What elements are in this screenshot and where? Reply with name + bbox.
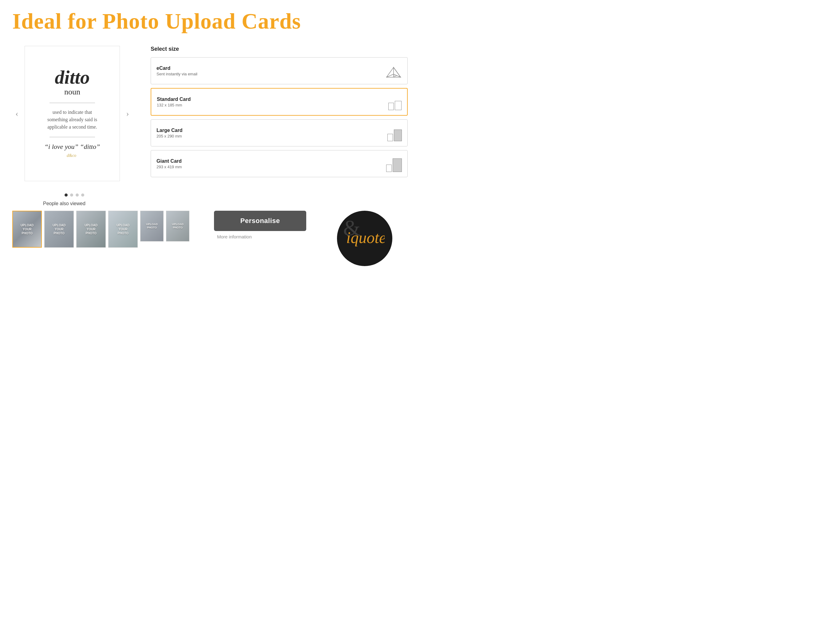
card-divider-1: [49, 103, 95, 103]
also-viewed-label: People also viewed: [12, 201, 408, 206]
size-option-large[interactable]: Large Card 205 x 290 mm: [151, 119, 408, 146]
standard-card-size-icon: [382, 93, 401, 110]
carousel-dots: [12, 193, 408, 196]
card-word: ditto: [55, 68, 90, 87]
paper-plane-icon: [382, 62, 402, 79]
bottom-section: People also viewed UPLOADYOURPHOTO UPLOA…: [0, 187, 420, 275]
size-option-large-info: Large Card 205 x 290 mm: [156, 128, 182, 138]
size-option-ecard[interactable]: eCard Sent instantly via email: [151, 57, 408, 84]
thumbnail-text-3: UPLOADYOURPHOTO: [85, 223, 98, 235]
brand-logo: & iquote: [337, 211, 392, 266]
thumbnail-text-4: UPLOADYOURPHOTO: [117, 223, 129, 235]
carousel-dot-3[interactable]: [76, 193, 79, 196]
size-option-standard-dims: 132 x 185 mm: [157, 103, 191, 108]
giant-card-size-icon: [382, 155, 402, 172]
thumbnail-item-1[interactable]: UPLOADYOURPHOTO: [12, 211, 42, 248]
page-title: Ideal for Photo Upload Cards: [12, 9, 408, 33]
size-option-standard-info: Standard Card 132 x 185 mm: [157, 97, 191, 108]
size-option-giant-name: Giant Card: [156, 158, 182, 164]
size-option-large-dims: 205 x 290 mm: [156, 134, 182, 138]
card-definition: used to indicate thatsomething already s…: [47, 109, 97, 131]
size-selector-label: Select size: [151, 46, 408, 52]
thumbnail-item-5[interactable]: UPLOADPHOTO: [140, 211, 164, 242]
thumbnail-item-6[interactable]: UPLOADPHOTO: [166, 211, 189, 242]
main-content: ‹ ditto noun used to indicate thatsometh…: [0, 40, 420, 187]
thumbnail-text-6: UPLOADPHOTO: [172, 223, 183, 230]
cta-area: Personalise More information: [214, 211, 306, 239]
size-option-standard-name: Standard Card: [157, 97, 191, 102]
svg-text:iquote: iquote: [346, 229, 385, 246]
carousel-dot-2[interactable]: [70, 193, 73, 196]
thumbnail-item-2[interactable]: UPLOADYOURPHOTO: [44, 211, 74, 248]
large-card-size-icon: [382, 125, 402, 141]
thumbnail-text-5: UPLOADPHOTO: [146, 223, 158, 230]
size-option-standard[interactable]: Standard Card 132 x 185 mm: [151, 88, 408, 116]
size-option-ecard-info: eCard Sent instantly via email: [156, 65, 197, 76]
thumbnail-item-4[interactable]: UPLOADYOURPHOTO: [108, 211, 138, 248]
card-preview: ditto noun used to indicate thatsomethin…: [25, 46, 120, 181]
svg-text:d&co: d&co: [67, 153, 76, 158]
thumbnail-text-2: UPLOADYOURPHOTO: [52, 223, 65, 235]
prev-arrow-button[interactable]: ‹: [12, 109, 22, 119]
carousel-dot-1[interactable]: [65, 193, 68, 196]
brand-script-svg: iquote: [345, 226, 385, 251]
size-option-large-name: Large Card: [156, 128, 182, 133]
size-selector: Select size eCard Sent instantly via ema…: [151, 46, 408, 181]
bottom-row: UPLOADYOURPHOTO UPLOADYOURPHOTO UPLOADYO…: [12, 211, 408, 266]
card-preview-section: ‹ ditto noun used to indicate thatsometh…: [12, 46, 132, 181]
card-quote: “i love you” “ditto”: [44, 143, 100, 151]
size-option-giant-dims: 293 x 419 mm: [156, 165, 182, 169]
personalise-button[interactable]: Personalise: [214, 211, 306, 231]
card-divider-2: [49, 137, 95, 137]
size-option-ecard-dims: Sent instantly via email: [156, 72, 197, 76]
thumbnail-item-3[interactable]: UPLOADYOURPHOTO: [76, 211, 106, 248]
size-option-giant-info: Giant Card 293 x 419 mm: [156, 158, 182, 169]
size-option-giant[interactable]: Giant Card 293 x 419 mm: [151, 150, 408, 177]
page-header: Ideal for Photo Upload Cards: [0, 0, 420, 40]
next-arrow-button[interactable]: ›: [123, 109, 132, 119]
carousel-dot-4[interactable]: [81, 193, 84, 196]
card-brand-mark: d&co: [67, 153, 78, 159]
thumbnail-text-1: UPLOADYOURPHOTO: [21, 223, 33, 235]
size-option-ecard-name: eCard: [156, 65, 197, 71]
more-info-link[interactable]: More information: [217, 234, 252, 239]
thumbnails-row: UPLOADYOURPHOTO UPLOADYOURPHOTO UPLOADYO…: [12, 211, 189, 248]
svg-marker-5: [393, 74, 397, 77]
card-pos: noun: [64, 87, 80, 97]
